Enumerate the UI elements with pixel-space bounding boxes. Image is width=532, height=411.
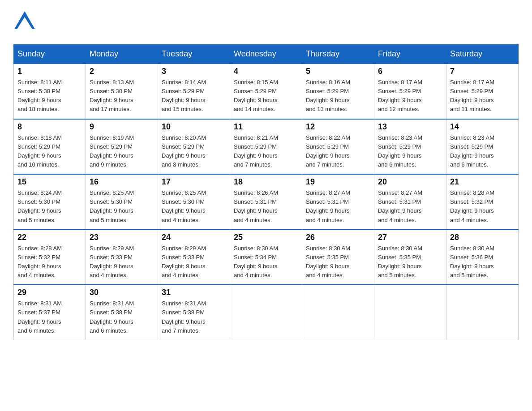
calendar-cell: 25Sunrise: 8:30 AMSunset: 5:34 PMDayligh… xyxy=(230,230,302,285)
calendar-week-row: 29Sunrise: 8:31 AMSunset: 5:37 PMDayligh… xyxy=(14,285,519,340)
day-number: 23 xyxy=(90,233,154,242)
day-info: Sunrise: 8:30 AMSunset: 5:36 PMDaylight:… xyxy=(450,244,515,280)
calendar-cell: 14Sunrise: 8:23 AMSunset: 5:29 PMDayligh… xyxy=(446,119,519,175)
calendar-cell: 31Sunrise: 8:31 AMSunset: 5:38 PMDayligh… xyxy=(158,285,230,340)
calendar-cell: 22Sunrise: 8:28 AMSunset: 5:32 PMDayligh… xyxy=(14,230,86,285)
calendar-week-row: 8Sunrise: 8:18 AMSunset: 5:29 PMDaylight… xyxy=(14,119,519,175)
day-info: Sunrise: 8:27 AMSunset: 5:31 PMDaylight:… xyxy=(378,188,442,225)
day-info: Sunrise: 8:29 AMSunset: 5:33 PMDaylight:… xyxy=(162,244,226,280)
day-info: Sunrise: 8:13 AMSunset: 5:30 PMDaylight:… xyxy=(90,78,154,114)
day-info: Sunrise: 8:17 AMSunset: 5:29 PMDaylight:… xyxy=(378,78,442,114)
calendar-cell: 10Sunrise: 8:20 AMSunset: 5:29 PMDayligh… xyxy=(158,119,230,175)
day-number: 5 xyxy=(306,67,370,76)
calendar-cell: 19Sunrise: 8:27 AMSunset: 5:31 PMDayligh… xyxy=(302,174,374,230)
day-number: 14 xyxy=(450,122,515,132)
day-info: Sunrise: 8:27 AMSunset: 5:31 PMDaylight:… xyxy=(306,188,370,225)
day-info: Sunrise: 8:29 AMSunset: 5:33 PMDaylight:… xyxy=(90,244,154,280)
calendar-cell: 27Sunrise: 8:30 AMSunset: 5:35 PMDayligh… xyxy=(374,230,446,285)
header-wednesday: Wednesday xyxy=(230,45,302,64)
calendar-cell: 12Sunrise: 8:22 AMSunset: 5:29 PMDayligh… xyxy=(302,119,374,175)
calendar-cell: 3Sunrise: 8:14 AMSunset: 5:29 PMDaylight… xyxy=(158,64,230,119)
day-info: Sunrise: 8:31 AMSunset: 5:38 PMDaylight:… xyxy=(162,299,226,335)
calendar-cell xyxy=(302,285,374,340)
day-info: Sunrise: 8:20 AMSunset: 5:29 PMDaylight:… xyxy=(162,133,226,170)
day-info: Sunrise: 8:15 AMSunset: 5:29 PMDaylight:… xyxy=(234,78,298,114)
day-number: 12 xyxy=(306,122,370,132)
header-saturday: Saturday xyxy=(446,45,519,64)
day-number: 13 xyxy=(378,122,442,132)
page-header xyxy=(13,9,519,35)
day-number: 2 xyxy=(90,67,154,76)
day-info: Sunrise: 8:25 AMSunset: 5:30 PMDaylight:… xyxy=(162,188,226,225)
day-number: 29 xyxy=(17,288,82,297)
day-info: Sunrise: 8:23 AMSunset: 5:29 PMDaylight:… xyxy=(450,133,515,170)
day-number: 25 xyxy=(234,233,298,242)
day-number: 21 xyxy=(450,177,515,187)
day-number: 27 xyxy=(378,233,442,242)
day-info: Sunrise: 8:16 AMSunset: 5:29 PMDaylight:… xyxy=(306,78,370,114)
day-number: 4 xyxy=(234,67,298,76)
day-number: 16 xyxy=(90,177,154,187)
calendar-cell: 9Sunrise: 8:19 AMSunset: 5:29 PMDaylight… xyxy=(86,119,158,175)
calendar-week-row: 15Sunrise: 8:24 AMSunset: 5:30 PMDayligh… xyxy=(14,174,519,230)
logo xyxy=(13,9,39,35)
day-info: Sunrise: 8:28 AMSunset: 5:32 PMDaylight:… xyxy=(17,244,82,280)
day-number: 8 xyxy=(17,122,82,132)
day-number: 31 xyxy=(162,288,226,297)
calendar-week-row: 1Sunrise: 8:11 AMSunset: 5:30 PMDaylight… xyxy=(14,64,519,119)
day-info: Sunrise: 8:30 AMSunset: 5:34 PMDaylight:… xyxy=(234,244,298,280)
calendar-cell: 30Sunrise: 8:31 AMSunset: 5:38 PMDayligh… xyxy=(86,285,158,340)
calendar-cell: 5Sunrise: 8:16 AMSunset: 5:29 PMDaylight… xyxy=(302,64,374,119)
header-tuesday: Tuesday xyxy=(158,45,230,64)
day-info: Sunrise: 8:26 AMSunset: 5:31 PMDaylight:… xyxy=(234,188,298,225)
calendar-cell: 18Sunrise: 8:26 AMSunset: 5:31 PMDayligh… xyxy=(230,174,302,230)
calendar-cell: 4Sunrise: 8:15 AMSunset: 5:29 PMDaylight… xyxy=(230,64,302,119)
day-info: Sunrise: 8:18 AMSunset: 5:29 PMDaylight:… xyxy=(17,133,82,170)
calendar-cell: 6Sunrise: 8:17 AMSunset: 5:29 PMDaylight… xyxy=(374,64,446,119)
day-number: 24 xyxy=(162,233,226,242)
header-thursday: Thursday xyxy=(302,45,374,64)
day-info: Sunrise: 8:31 AMSunset: 5:37 PMDaylight:… xyxy=(17,299,82,335)
day-number: 19 xyxy=(306,177,370,187)
calendar-cell: 21Sunrise: 8:28 AMSunset: 5:32 PMDayligh… xyxy=(446,174,519,230)
calendar-cell: 1Sunrise: 8:11 AMSunset: 5:30 PMDaylight… xyxy=(14,64,86,119)
day-info: Sunrise: 8:14 AMSunset: 5:29 PMDaylight:… xyxy=(162,78,226,114)
calendar-cell: 13Sunrise: 8:23 AMSunset: 5:29 PMDayligh… xyxy=(374,119,446,175)
calendar-header-row: SundayMondayTuesdayWednesdayThursdayFrid… xyxy=(14,45,519,64)
day-info: Sunrise: 8:21 AMSunset: 5:29 PMDaylight:… xyxy=(234,133,298,170)
calendar-cell: 8Sunrise: 8:18 AMSunset: 5:29 PMDaylight… xyxy=(14,119,86,175)
day-number: 26 xyxy=(306,233,370,242)
logo-icon xyxy=(13,9,36,35)
day-number: 9 xyxy=(90,122,154,132)
day-info: Sunrise: 8:30 AMSunset: 5:35 PMDaylight:… xyxy=(378,244,442,280)
header-sunday: Sunday xyxy=(14,45,86,64)
calendar-cell: 29Sunrise: 8:31 AMSunset: 5:37 PMDayligh… xyxy=(14,285,86,340)
day-info: Sunrise: 8:30 AMSunset: 5:35 PMDaylight:… xyxy=(306,244,370,280)
day-info: Sunrise: 8:24 AMSunset: 5:30 PMDaylight:… xyxy=(17,188,82,225)
calendar-cell xyxy=(446,285,519,340)
day-info: Sunrise: 8:22 AMSunset: 5:29 PMDaylight:… xyxy=(306,133,370,170)
calendar-cell: 16Sunrise: 8:25 AMSunset: 5:30 PMDayligh… xyxy=(86,174,158,230)
calendar-cell: 15Sunrise: 8:24 AMSunset: 5:30 PMDayligh… xyxy=(14,174,86,230)
calendar-cell: 23Sunrise: 8:29 AMSunset: 5:33 PMDayligh… xyxy=(86,230,158,285)
calendar-week-row: 22Sunrise: 8:28 AMSunset: 5:32 PMDayligh… xyxy=(14,230,519,285)
day-info: Sunrise: 8:31 AMSunset: 5:38 PMDaylight:… xyxy=(90,299,154,335)
header-friday: Friday xyxy=(374,45,446,64)
day-number: 28 xyxy=(450,233,515,242)
day-number: 3 xyxy=(162,67,226,76)
day-number: 22 xyxy=(17,233,82,242)
calendar-cell: 7Sunrise: 8:17 AMSunset: 5:29 PMDaylight… xyxy=(446,64,519,119)
day-info: Sunrise: 8:19 AMSunset: 5:29 PMDaylight:… xyxy=(90,133,154,170)
calendar-cell xyxy=(230,285,302,340)
day-info: Sunrise: 8:23 AMSunset: 5:29 PMDaylight:… xyxy=(378,133,442,170)
day-info: Sunrise: 8:25 AMSunset: 5:30 PMDaylight:… xyxy=(90,188,154,225)
day-number: 11 xyxy=(234,122,298,132)
day-number: 15 xyxy=(17,177,82,187)
calendar-cell: 11Sunrise: 8:21 AMSunset: 5:29 PMDayligh… xyxy=(230,119,302,175)
day-number: 6 xyxy=(378,67,442,76)
calendar-cell: 20Sunrise: 8:27 AMSunset: 5:31 PMDayligh… xyxy=(374,174,446,230)
day-info: Sunrise: 8:28 AMSunset: 5:32 PMDaylight:… xyxy=(450,188,515,225)
day-number: 10 xyxy=(162,122,226,132)
day-number: 17 xyxy=(162,177,226,187)
day-info: Sunrise: 8:17 AMSunset: 5:29 PMDaylight:… xyxy=(450,78,515,114)
